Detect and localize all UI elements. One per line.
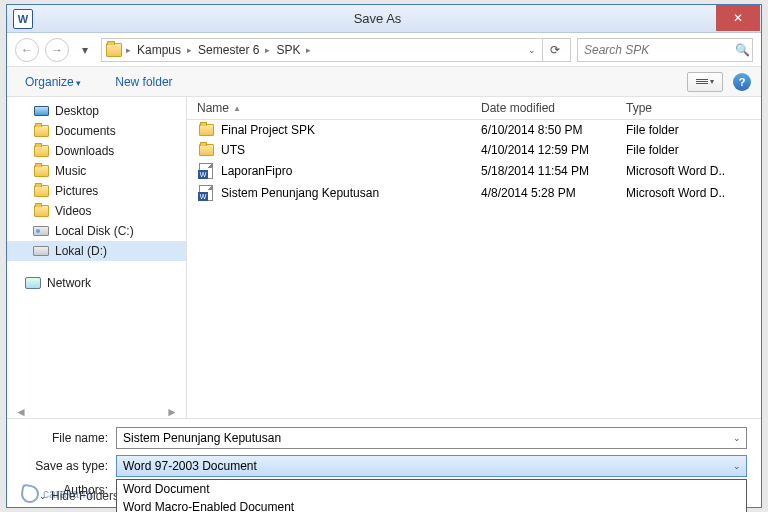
savetype-dropdown[interactable]: Word DocumentWord Macro-Enabled Document… [116, 479, 747, 512]
tree-item-documents[interactable]: Documents [7, 121, 186, 141]
help-button[interactable]: ? [733, 73, 751, 91]
tree-item-label: Pictures [55, 184, 98, 198]
tree-item-label: Documents [55, 124, 116, 138]
tree-item-lokal-d-[interactable]: Lokal (D:) [7, 241, 186, 261]
folder-icon [197, 124, 215, 136]
back-button[interactable]: ← [15, 38, 39, 62]
tree-item-label: Music [55, 164, 86, 178]
drive-icon [33, 223, 49, 239]
file-date: 4/8/2014 5:28 PM [481, 186, 626, 200]
word-doc-icon [197, 163, 215, 179]
tree-item-music[interactable]: Music [7, 161, 186, 181]
word-doc-icon [197, 185, 215, 201]
file-name: LaporanFipro [221, 164, 481, 178]
address-bar[interactable]: ▸ Kampus ▸ Semester 6 ▸ SPK ▸ ⌄ ⟳ [101, 38, 571, 62]
tree-item-local-disk-c-[interactable]: Local Disk (C:) [7, 221, 186, 241]
col-name[interactable]: Name ▲ [197, 101, 481, 115]
file-date: 4/10/2014 12:59 PM [481, 143, 626, 157]
folder-icon [33, 123, 49, 139]
file-name: Sistem Penunjang Keputusan [221, 186, 481, 200]
chevron-right-icon: ▸ [124, 45, 133, 55]
breadcrumb[interactable]: Semester 6 [196, 43, 261, 57]
tree-item-label: Lokal (D:) [55, 244, 107, 258]
tree-item-label: Local Disk (C:) [55, 224, 134, 238]
titlebar: W Save As ✕ [7, 5, 761, 33]
folder-icon [197, 144, 215, 156]
col-date[interactable]: Date modified [481, 101, 626, 115]
network-icon [25, 275, 41, 291]
folder-icon [33, 163, 49, 179]
saveas-dialog: W Save As ✕ ← → ▾ ▸ Kampus ▸ Semester 6 … [6, 4, 762, 508]
file-row[interactable]: Sistem Penunjang Keputusan4/8/2014 5:28 … [187, 182, 761, 204]
folder-icon [33, 143, 49, 159]
savetype-field[interactable]: Word 97-2003 Document⌄ [116, 455, 747, 477]
close-button[interactable]: ✕ [716, 5, 760, 31]
breadcrumb[interactable]: SPK [274, 43, 302, 57]
form-area: File name: Sistem Penunjang Keputusan⌄ S… [7, 418, 761, 507]
tree-item-desktop[interactable]: Desktop [7, 101, 186, 121]
drive-icon [33, 243, 49, 259]
up-button[interactable]: ▾ [75, 40, 95, 60]
filename-field[interactable]: Sistem Penunjang Keputusan⌄ [116, 427, 747, 449]
dialog-title: Save As [39, 11, 716, 26]
file-row[interactable]: LaporanFipro5/18/2014 11:54 PMMicrosoft … [187, 160, 761, 182]
tree-item-label: Desktop [55, 104, 99, 118]
chevron-right-icon: ▸ [304, 45, 313, 55]
search-box[interactable]: 🔍 [577, 38, 753, 62]
chevron-right-icon: ▸ [185, 45, 194, 55]
list-icon [696, 79, 708, 84]
tree-item-network[interactable]: Network [7, 273, 186, 293]
file-type: Microsoft Word D.. [626, 186, 751, 200]
file-date: 5/18/2014 11:54 PM [481, 164, 626, 178]
file-name: UTS [221, 143, 481, 157]
folder-icon [106, 43, 122, 57]
toolbar: Organize New folder ▾ ? [7, 67, 761, 97]
sort-indicator-icon: ▲ [233, 104, 241, 113]
new-folder-button[interactable]: New folder [107, 72, 180, 92]
chevron-right-icon: ▸ [263, 45, 272, 55]
forward-button[interactable]: → [45, 38, 69, 62]
file-date: 6/10/2014 8:50 PM [481, 123, 626, 137]
col-type[interactable]: Type [626, 101, 751, 115]
folder-icon [33, 183, 49, 199]
search-icon[interactable]: 🔍 [735, 43, 750, 57]
file-type: File folder [626, 123, 751, 137]
tree-item-label: Network [47, 276, 91, 290]
folder-icon [33, 203, 49, 219]
search-input[interactable] [584, 43, 735, 57]
breadcrumb[interactable]: Kampus [135, 43, 183, 57]
tree-item-videos[interactable]: Videos [7, 201, 186, 221]
tree-item-label: Downloads [55, 144, 114, 158]
tree-item-downloads[interactable]: Downloads [7, 141, 186, 161]
file-list: Name ▲ Date modified Type Final Project … [187, 97, 761, 418]
filetype-option[interactable]: Word Macro-Enabled Document [117, 498, 746, 512]
refresh-button[interactable]: ⟳ [542, 38, 566, 62]
view-options-button[interactable]: ▾ [687, 72, 723, 92]
tree-item-label: Videos [55, 204, 91, 218]
tree-item-pictures[interactable]: Pictures [7, 181, 186, 201]
organize-menu[interactable]: Organize [17, 72, 89, 92]
nav-tree: DesktopDocumentsDownloadsMusicPicturesVi… [7, 97, 187, 418]
hide-folders-button[interactable]: ⌄Hide Folders [39, 489, 119, 503]
desktop-icon [33, 103, 49, 119]
file-type: File folder [626, 143, 751, 157]
column-headers: Name ▲ Date modified Type [187, 97, 761, 120]
savetype-label: Save as type: [21, 459, 116, 473]
nav-bar: ← → ▾ ▸ Kampus ▸ Semester 6 ▸ SPK ▸ ⌄ ⟳ … [7, 33, 761, 67]
file-row[interactable]: Final Project SPK6/10/2014 8:50 PMFile f… [187, 120, 761, 140]
file-row[interactable]: UTS4/10/2014 12:59 PMFile folder [187, 140, 761, 160]
file-name: Final Project SPK [221, 123, 481, 137]
word-app-icon: W [13, 9, 33, 29]
file-type: Microsoft Word D.. [626, 164, 751, 178]
chevron-down-icon[interactable]: ⌄ [524, 45, 540, 55]
filename-label: File name: [21, 431, 116, 445]
filetype-option[interactable]: Word Document [117, 480, 746, 498]
